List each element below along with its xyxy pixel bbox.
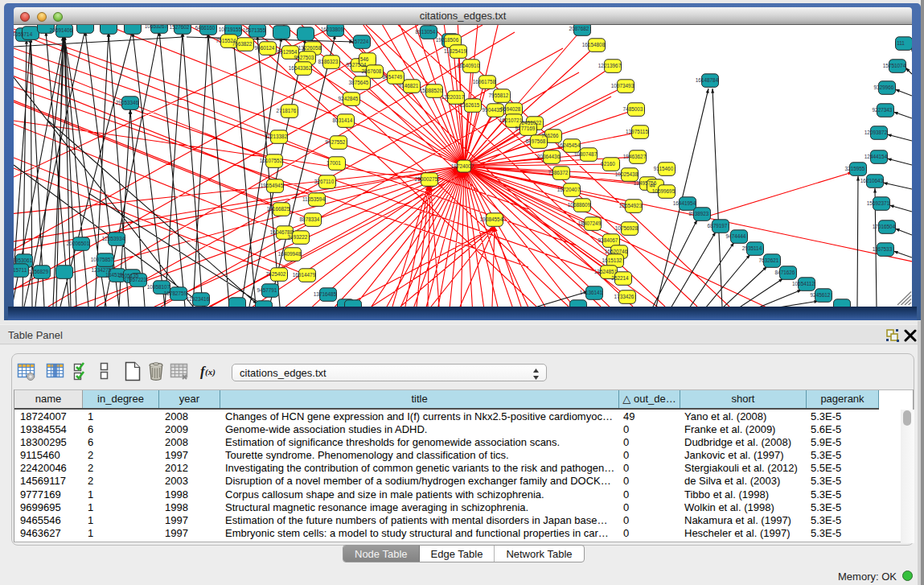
svg-text:62160: 62160 xyxy=(601,161,615,167)
svg-text:15692371: 15692371 xyxy=(867,200,890,206)
svg-text:7663822: 7663822 xyxy=(232,41,253,47)
svg-text:17957223: 17957223 xyxy=(124,277,147,282)
svg-text:1362615: 1362615 xyxy=(460,102,480,108)
svg-text:7357224: 7357224 xyxy=(349,39,369,44)
svg-text:9527503: 9527503 xyxy=(294,55,314,60)
svg-text:16107552: 16107552 xyxy=(260,158,283,163)
svg-text:12213382: 12213382 xyxy=(265,134,288,139)
svg-text:252214: 252214 xyxy=(611,275,629,281)
svg-text:10719155: 10719155 xyxy=(219,27,242,32)
svg-text:13524851: 13524851 xyxy=(594,269,618,274)
svg-text:10025438: 10025438 xyxy=(615,171,639,177)
svg-text:9245612: 9245612 xyxy=(811,292,831,298)
svg-text:19654945: 19654945 xyxy=(261,183,284,188)
svg-text:9227343: 9227343 xyxy=(873,107,893,113)
svg-text:19654923: 19654923 xyxy=(619,203,643,208)
svg-text:11325419: 11325419 xyxy=(444,48,466,54)
svg-text:6497568: 6497568 xyxy=(526,138,546,144)
svg-text:3875645: 3875645 xyxy=(349,80,369,85)
svg-text:15388520: 15388520 xyxy=(420,88,443,93)
svg-text:16520746: 16520746 xyxy=(605,249,628,254)
svg-text:12093872: 12093872 xyxy=(864,130,888,135)
svg-text:18640910: 18640910 xyxy=(457,63,480,68)
svg-text:19166825: 19166825 xyxy=(267,206,290,212)
svg-text:44: 44 xyxy=(649,183,655,188)
svg-text:2451022: 2451022 xyxy=(522,120,542,126)
svg-text:16671355: 16671355 xyxy=(243,27,266,33)
svg-text:13226058: 13226058 xyxy=(298,45,322,51)
svg-text:12213967: 12213967 xyxy=(598,63,622,68)
svg-text:9660124: 9660124 xyxy=(255,45,275,51)
svg-text:13975115: 13975115 xyxy=(626,129,648,134)
svg-text:12353934: 12353934 xyxy=(102,236,125,241)
svg-text:16441954: 16441954 xyxy=(673,200,696,206)
svg-text:10807487: 10807487 xyxy=(574,151,598,157)
svg-text:7386372: 7386372 xyxy=(548,170,569,175)
svg-text:3915711: 3915711 xyxy=(14,267,27,273)
svg-text:18407249: 18407249 xyxy=(578,220,602,226)
svg-text:9777169: 9777169 xyxy=(515,126,536,131)
svg-text:9115460: 9115460 xyxy=(654,166,674,171)
svg-text:17001: 17001 xyxy=(326,160,341,166)
svg-text:16782759: 16782759 xyxy=(164,290,187,296)
svg-text:16210643: 16210643 xyxy=(860,178,884,183)
svg-text:7625402: 7625402 xyxy=(266,271,286,277)
svg-text:29053346: 29053346 xyxy=(116,100,139,105)
svg-text:8471626: 8471626 xyxy=(775,270,795,275)
svg-text:16409948: 16409948 xyxy=(278,251,302,257)
svg-text:1733426: 1733426 xyxy=(614,294,634,299)
svg-text:16154808: 16154808 xyxy=(582,42,606,47)
svg-text:20691406: 20691406 xyxy=(50,27,73,33)
svg-text:16148784: 16148784 xyxy=(696,77,719,83)
svg-text:1156829: 1156829 xyxy=(29,269,49,274)
svg-text:9904435: 9904435 xyxy=(483,107,503,113)
svg-text:8938923: 8938923 xyxy=(689,211,709,216)
svg-text:1167533: 1167533 xyxy=(873,246,893,252)
svg-text:18724007: 18724007 xyxy=(451,163,474,169)
svg-text:9427552: 9427552 xyxy=(326,139,346,145)
svg-text:10654112: 10654112 xyxy=(792,281,815,286)
svg-text:9474444: 9474444 xyxy=(726,233,746,239)
svg-text:8186323: 8186323 xyxy=(318,59,339,64)
svg-text:13716485: 13716485 xyxy=(314,291,337,297)
svg-text:10973493: 10973493 xyxy=(611,83,634,89)
svg-text:111: 111 xyxy=(897,40,905,46)
svg-text:7955812: 7955812 xyxy=(489,93,509,98)
svg-text:8878334: 8878334 xyxy=(300,216,320,222)
svg-text:9694028: 9694028 xyxy=(501,106,521,112)
svg-text:19384554: 19384554 xyxy=(480,216,503,222)
svg-text:3493222: 3493222 xyxy=(288,234,308,240)
svg-text:8454749: 8454749 xyxy=(383,74,403,80)
svg-text:20206501: 20206501 xyxy=(67,241,90,246)
svg-text:12923416: 12923416 xyxy=(187,296,210,302)
svg-text:9329966: 9329966 xyxy=(874,84,894,90)
svg-text:10699695: 10699695 xyxy=(652,188,676,194)
svg-text:16245454: 16245454 xyxy=(557,142,581,148)
svg-text:16543362: 16543362 xyxy=(289,65,312,71)
svg-text:7485003: 7485003 xyxy=(623,106,643,112)
svg-text:9146821: 9146821 xyxy=(399,83,419,89)
svg-text:16033809: 16033809 xyxy=(321,27,344,32)
svg-text:546: 546 xyxy=(360,56,369,62)
svg-text:9527504: 9527504 xyxy=(347,62,367,68)
svg-text:19218506: 19218506 xyxy=(436,37,459,43)
svg-text:15720407: 15720407 xyxy=(557,187,581,192)
svg-text:11353594: 11353594 xyxy=(302,196,325,202)
svg-text:10958107: 10958107 xyxy=(147,284,170,290)
svg-text:3267110: 3267110 xyxy=(314,179,335,184)
svg-text:18953061: 18953061 xyxy=(14,257,33,263)
svg-text:16914479: 16914479 xyxy=(293,272,316,278)
svg-text:3215955: 3215955 xyxy=(845,166,865,171)
svg-text:2087682: 2087682 xyxy=(569,26,589,31)
svg-text:6466160: 6466160 xyxy=(195,25,216,31)
svg-text:14136141: 14136141 xyxy=(580,290,603,295)
svg-text:14055714: 14055714 xyxy=(14,31,33,37)
svg-text:13220317: 13220317 xyxy=(441,94,465,100)
svg-text:12444154: 12444154 xyxy=(864,154,888,159)
svg-text:10975857: 10975857 xyxy=(91,257,114,262)
svg-text:7632621: 7632621 xyxy=(759,257,779,263)
svg-text:1527602: 1527602 xyxy=(170,25,190,30)
svg-text:2867608: 2867608 xyxy=(362,68,382,74)
svg-text:2718176: 2718176 xyxy=(277,108,297,113)
svg-text:20364436: 20364436 xyxy=(537,154,561,159)
